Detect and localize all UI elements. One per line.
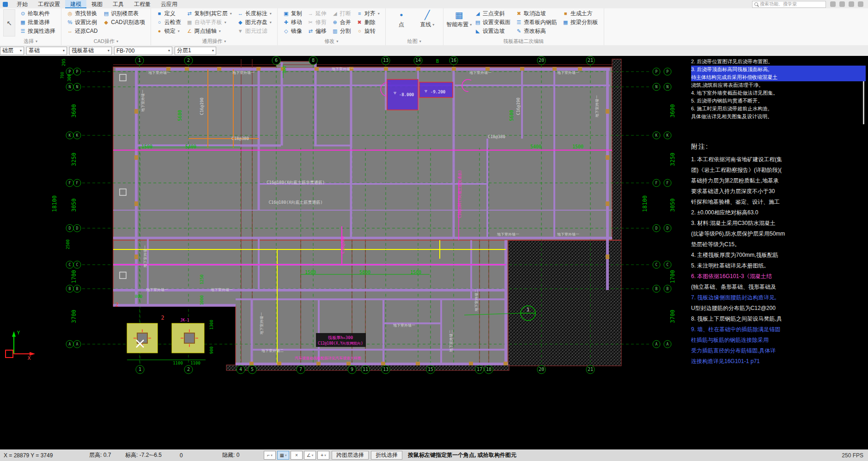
menu-tab-视图[interactable]: 视图 — [86, 0, 108, 8]
ribbon-button-两点辅轴[interactable]: ∠两点辅轴▾ — [184, 27, 234, 36]
legend-row[interactable]: 2. 后浇带位置图详见后浇带布置图。 — [691, 58, 866, 66]
chevron-down-icon: ▾ — [378, 12, 380, 16]
axis-bubble-label: F — [656, 181, 658, 185]
ribbon-button-查改标高[interactable]: ✎查改标高 — [514, 27, 559, 36]
legend-row[interactable]: 具体做法详见相关图集及设计说明。 — [691, 113, 866, 121]
ribbon-button-取消边坡[interactable]: ✖取消边坡 — [514, 9, 559, 18]
layer-dropdown-筏板基础[interactable]: 筏板基础▾ — [69, 47, 112, 55]
ribbon-button-锁定[interactable]: ●锁定▾ — [154, 27, 183, 36]
snap-mode-button-2[interactable]: × — [291, 451, 303, 460]
ribbon-button-还原CAD[interactable]: ↔还原CAD — [65, 27, 100, 36]
snap-mode-button-1[interactable]: ▦▾ — [277, 451, 289, 460]
识别楼层表-icon: ▤ — [103, 11, 109, 16]
axis-bubble-label: P — [76, 70, 79, 74]
ribbon-group-label[interactable]: 修改▾ — [281, 37, 382, 45]
ribbon-button-生成土方[interactable]: ■生成土方 — [560, 9, 601, 18]
ribbon-button-删除[interactable]: ✖删除 — [354, 18, 382, 27]
ribbon-group-label[interactable]: 绘图▾ — [389, 37, 440, 45]
ribbon-button-设置边坡[interactable]: ◣设置边坡 — [473, 27, 513, 36]
ribbon-button-旋转[interactable]: ○旋转 — [354, 27, 382, 36]
legend-row[interactable]: 4. 地下室外墙变截面处做法详见图集。 — [691, 89, 866, 97]
ribbon-group-label[interactable]: CAD操作▾ — [65, 37, 147, 45]
menu-tab-工程量[interactable]: 工程量 — [129, 0, 156, 8]
cad-label: 地下室外墙二 — [475, 289, 479, 311]
gear-icon[interactable] — [849, 1, 854, 7]
ribbon-button-复制[interactable]: ▣复制 — [281, 9, 304, 18]
ribbon-button-text: 点 — [399, 21, 404, 29]
ribbon-button-识别楼层表[interactable]: ▤识别楼层表 — [101, 9, 147, 18]
ribbon-button-点[interactable]: •点 — [389, 9, 414, 29]
layer-dropdown-FB-700[interactable]: FB-700▾ — [114, 47, 172, 55]
ribbon-group-label[interactable]: 通用操作▾ — [154, 37, 274, 45]
menu-tab-云应用[interactable]: 云应用 — [156, 0, 182, 8]
ribbon-button-长度标注[interactable]: ↔长度标注▾ — [235, 9, 274, 18]
search-box[interactable]: 搜索功能、搜学堂 — [752, 1, 826, 8]
ribbon-button-直线[interactable]: ╱直线▾ — [415, 9, 440, 29]
ribbon-button-移动[interactable]: ✚移动 — [281, 18, 304, 27]
ribbon-button-复制到其它层[interactable]: ⇄复制到其它层▾ — [184, 9, 234, 18]
图元存盘-icon: ◆ — [237, 20, 243, 25]
ribbon-button-合并[interactable]: ⊕合并 — [330, 18, 353, 27]
menu-tab-建模[interactable]: 建模 — [65, 0, 86, 8]
snap-mode-button-4[interactable]: +▾ — [317, 451, 329, 460]
对齐-icon: ≡ — [357, 11, 363, 16]
ribbon-column: ⇄复制到其它层▾▦自动平齐板▾∠两点辅轴▾ — [184, 9, 234, 36]
layer-dropdown-分层1[interactable]: 分层1▾ — [175, 47, 216, 55]
ribbon-button-对齐[interactable]: ≡对齐▾ — [354, 9, 382, 18]
axis-bubble-label: 6 — [275, 58, 278, 63]
bell-icon[interactable] — [830, 1, 836, 7]
toggle-跨图层选择[interactable]: 跨图层选择 — [332, 451, 369, 460]
ribbon-button-按属性选择[interactable]: ☰按属性选择 — [18, 27, 58, 36]
cad-label: ▽ — [394, 91, 396, 95]
cad-label: 3050 — [71, 199, 77, 212]
直线-icon: ╱ — [425, 11, 430, 19]
legend-row[interactable]: 浇筑,浇筑前应将表面清理干净。 — [691, 81, 866, 89]
snap-mode-button-0[interactable]: ⌐▾ — [264, 451, 276, 460]
ribbon-button-text: 定义 — [164, 10, 176, 18]
layer-dropdown-础层[interactable]: 础层▾ — [0, 47, 24, 55]
ribbon-button-text: 查改标高 — [524, 27, 546, 35]
ribbon-button-批量选择[interactable]: ▦批量选择 — [18, 18, 58, 27]
ribbon-button-镜像[interactable]: ◇镜像 — [281, 27, 304, 36]
ribbon-button-分割[interactable]: ▥分割 — [330, 27, 353, 36]
layer-dropdown-基础[interactable]: 基础▾ — [26, 47, 67, 55]
ribbon-button-图元存盘[interactable]: ◆图元存盘▾ — [235, 18, 274, 27]
cad-canvas[interactable]: 1268131416202112457911131517182021PPNNKK… — [0, 56, 868, 449]
menu-tab-开始[interactable]: 开始 — [12, 0, 33, 8]
ribbon-button-拾取构件[interactable]: ⊙拾取构件 — [18, 9, 58, 18]
select-tool-button[interactable]: ↖ — [3, 9, 15, 36]
independent-footings[interactable] — [127, 323, 204, 353]
ribbon-button-设置变截面[interactable]: ▤设置变截面 — [473, 18, 513, 27]
note-line: 连接构造详见16G101-1 p71 — [691, 356, 868, 367]
ribbon-button-查看板内钢筋[interactable]: ☰查看板内钢筋 — [514, 18, 559, 27]
ribbon-button-按梁分割板[interactable]: ▦按梁分割板 — [560, 18, 601, 27]
cad-label: 1500 — [410, 270, 421, 275]
menu-tab-工具[interactable]: 工具 — [108, 0, 129, 8]
修剪-icon: ✂ — [308, 20, 314, 25]
cad-label: 1300 — [210, 320, 214, 330]
user-icon[interactable] — [839, 1, 845, 7]
legend-row[interactable]: 待主体结构完成后采用补偿收缩混凝土 — [691, 73, 866, 81]
ribbon-button-智能布置[interactable]: ▦智能布置▾ — [447, 9, 472, 29]
ribbon-button-查找替换[interactable]: ◎查找替换 — [65, 9, 100, 18]
legend-row[interactable]: 6. 施工时采用后浇带超前止水构造, — [691, 105, 866, 113]
ribbon-button-设置比例[interactable]: %设置比例 — [65, 18, 100, 27]
ribbon-button-定义[interactable]: ■定义 — [154, 9, 183, 18]
云检查-icon: ○ — [157, 20, 163, 25]
cad-label: 3050 — [670, 199, 675, 212]
ribbon-button-偏移[interactable]: ⇄偏移 — [305, 27, 329, 36]
ribbon-group-label[interactable]: 选择▾ — [3, 37, 58, 45]
legend-row[interactable]: 3. 后浇带顶面标高同筏板顶面标高, — [691, 66, 866, 73]
axis-bubble-label: 5 — [251, 367, 254, 372]
点-icon: • — [400, 11, 403, 19]
snap-mode-button-3[interactable]: ∠▾ — [304, 451, 316, 460]
ribbon-group-label[interactable]: 筏板基础二次编辑 — [447, 37, 601, 45]
ribbon-button-三点变斜[interactable]: ◢三点变斜 — [473, 9, 513, 18]
ribbon-button-云检查[interactable]: ○云检查 — [154, 18, 183, 27]
menu-tab-工程设置[interactable]: 工程设置 — [33, 0, 65, 8]
toggle-折线选择[interactable]: 折线选择 — [371, 451, 402, 460]
ribbon-button-CAD识别选项[interactable]: ◆CAD识别选项 — [101, 18, 147, 27]
help-icon[interactable] — [858, 1, 863, 7]
legend-row[interactable]: 5. 后浇带内钢筋均贯通不断开。 — [691, 97, 866, 105]
ribbon-column: ◢打断⊕合并▥分割 — [330, 9, 353, 36]
